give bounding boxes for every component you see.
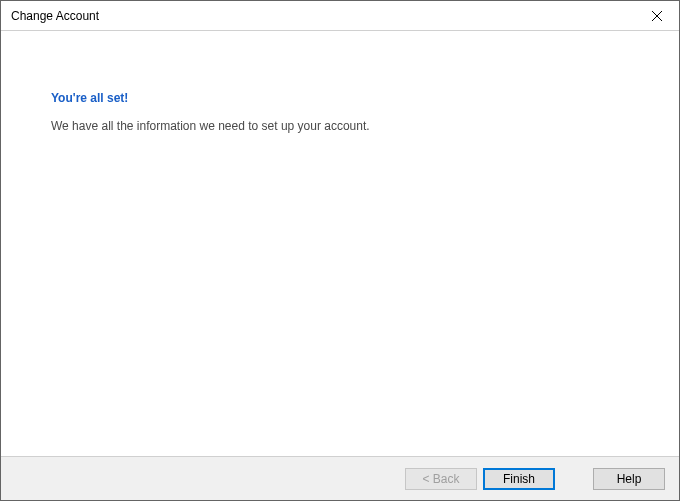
close-button[interactable] [634, 1, 679, 30]
dialog-content: You're all set! We have all the informat… [1, 31, 679, 456]
sub-text: We have all the information we need to s… [51, 119, 629, 133]
finish-button[interactable]: Finish [483, 468, 555, 490]
help-button[interactable]: Help [593, 468, 665, 490]
back-button: < Back [405, 468, 477, 490]
headline-text: You're all set! [51, 91, 629, 105]
window-title: Change Account [11, 9, 99, 23]
titlebar: Change Account [1, 1, 679, 31]
close-icon [652, 8, 662, 24]
dialog-footer: < Back Finish Help [1, 456, 679, 500]
